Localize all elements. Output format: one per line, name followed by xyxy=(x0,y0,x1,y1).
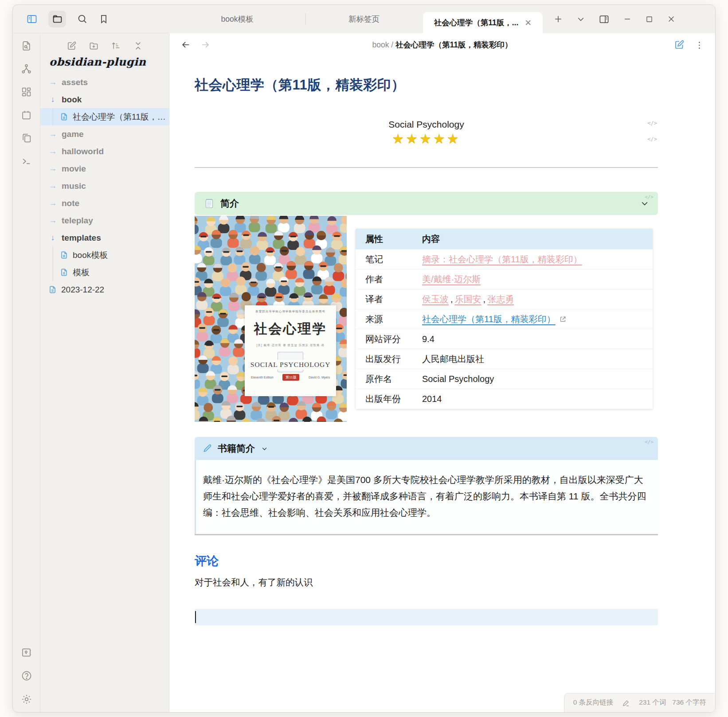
left-ribbon xyxy=(13,33,40,712)
tab-new-tab[interactable]: 新标签页 xyxy=(306,5,422,33)
arrow-right-icon[interactable]: → xyxy=(48,129,57,139)
search-tab-button[interactable] xyxy=(77,13,88,24)
new-folder-icon[interactable] xyxy=(89,41,99,51)
subtitle-block: Social Psychology ★★★★★ </> </> xyxy=(195,119,658,146)
edit-block-button[interactable]: </> xyxy=(645,439,654,445)
tab-social-psychology[interactable]: 社会心理学（第11版，... ✕ xyxy=(423,12,543,33)
edit-block-button[interactable]: </> xyxy=(647,120,657,126)
tab-book-template[interactable]: book模板 xyxy=(169,5,305,33)
tab-close-icon[interactable]: ✕ xyxy=(524,18,532,28)
cover-title-en: SOCIAL PSYCHOLOGY xyxy=(249,360,332,370)
explorer-file-book-template-file[interactable]: book模板 xyxy=(40,246,169,264)
vault-icon[interactable] xyxy=(21,647,32,658)
property-value: 2014 xyxy=(422,394,653,404)
explorer-folder-teleplay[interactable]: →teleplay xyxy=(40,212,169,229)
breadcrumb-folder[interactable]: book xyxy=(372,40,389,49)
vault-title[interactable]: obsidian-plugin xyxy=(40,53,169,70)
text-cursor xyxy=(195,611,196,623)
tab-strip: book模板 新标签页 社会心理学（第11版，... ✕ xyxy=(169,5,715,33)
sort-icon[interactable] xyxy=(111,41,121,51)
maximize-icon[interactable] xyxy=(645,15,654,23)
tab-list-chevron-icon[interactable] xyxy=(576,15,585,23)
folder-label: assets xyxy=(62,78,88,87)
divider xyxy=(195,534,658,535)
arrow-right-icon[interactable]: → xyxy=(48,199,57,208)
explorer-file-shehuixinlixue[interactable]: 社会心理学（第11版，… xyxy=(40,108,169,125)
chevron-down-icon[interactable] xyxy=(261,445,268,452)
explorer-tab-button[interactable] xyxy=(48,11,66,27)
explorer-folder-note[interactable]: →note xyxy=(40,195,169,212)
close-icon[interactable] xyxy=(667,15,676,23)
internal-link[interactable]: 乐国安 xyxy=(455,293,481,305)
arrow-down-icon[interactable]: ↓ xyxy=(48,95,57,104)
internal-link[interactable]: 摘录：社会心理学（第11版，精装彩印） xyxy=(422,253,582,265)
breadcrumb-title[interactable]: 社会心理学（第11版，精装彩印） xyxy=(395,40,513,49)
file-search-icon[interactable] xyxy=(21,40,32,51)
sidebar-left-toggle-icon[interactable] xyxy=(26,13,38,25)
sidebar-right-toggle-icon[interactable] xyxy=(599,14,610,25)
internal-link[interactable]: 美/戴维·迈尔斯 xyxy=(422,273,481,285)
arrow-right-icon[interactable]: → xyxy=(48,164,57,173)
collapse-all-icon[interactable] xyxy=(133,41,143,51)
internal-link[interactable]: 侯玉波 xyxy=(422,293,449,305)
arrow-right-icon[interactable]: → xyxy=(48,216,57,225)
note-content: 社会心理学（第11版，精装彩印） Social Psychology ★★★★★… xyxy=(169,56,715,712)
explorer-folder-game[interactable]: →game xyxy=(40,125,169,143)
graph-icon[interactable] xyxy=(21,63,32,74)
edit-block-button[interactable]: </> xyxy=(645,194,654,200)
minimize-icon[interactable] xyxy=(623,15,632,23)
value-text: 人民邮电出版社 xyxy=(422,353,484,365)
explorer-file-daily-2023-12-22[interactable]: 2023-12-22 xyxy=(40,281,169,298)
new-tab-plus-icon[interactable] xyxy=(553,14,563,24)
explorer-folder-movie[interactable]: →movie xyxy=(40,160,169,177)
explorer-folder-book[interactable]: ↓book xyxy=(40,91,169,108)
arrow-right-icon[interactable]: → xyxy=(48,147,57,156)
editor-active-line[interactable] xyxy=(195,609,658,625)
canvas-icon[interactable] xyxy=(21,86,32,97)
arrow-right-icon[interactable]: → xyxy=(48,181,57,191)
summary-callout-header[interactable]: 书籍简介 </> xyxy=(195,437,658,460)
explorer-folder-music[interactable]: →music xyxy=(40,177,169,195)
duplicate-icon[interactable] xyxy=(21,132,32,144)
explorer-folder-templates[interactable]: ↓templates xyxy=(40,229,169,246)
property-value: 侯玉波,乐国安,张志勇 xyxy=(422,293,653,305)
view-header: book / 社会心理学（第11版，精装彩印） ⋮ xyxy=(169,33,715,56)
backlinks-count[interactable]: 0 条反向链接 xyxy=(573,698,613,707)
comment-text: 对于社会和人，有了新的认识 xyxy=(195,576,658,588)
property-key: 网站评分 xyxy=(356,333,422,345)
file-explorer: obsidian-plugin →assets↓book社会心理学（第11版，…… xyxy=(40,33,169,712)
bookmarks-tab-button[interactable] xyxy=(98,14,109,24)
divider xyxy=(195,167,658,168)
bookmark-icon xyxy=(98,14,109,24)
file-icon xyxy=(48,285,57,294)
explorer-header xyxy=(40,33,169,53)
new-note-icon[interactable] xyxy=(67,41,77,51)
value-text: , xyxy=(450,294,453,304)
external-link[interactable]: 社会心理学（第11版，精装彩印） xyxy=(422,313,556,325)
explorer-folder-halloworld[interactable]: →halloworld xyxy=(40,143,169,160)
backlink-pencil-icon xyxy=(622,699,630,707)
arrow-right-icon[interactable]: → xyxy=(48,78,57,87)
calendar-icon[interactable] xyxy=(21,109,32,121)
arrow-down-icon[interactable]: ↓ xyxy=(48,233,57,242)
intro-callout-header[interactable]: 简介 </> xyxy=(195,192,658,215)
explorer-folder-assets[interactable]: →assets xyxy=(40,74,169,91)
explorer-file-moban[interactable]: 模板 xyxy=(40,264,169,281)
forward-arrow-icon[interactable] xyxy=(200,40,210,50)
external-link-icon[interactable] xyxy=(559,316,567,323)
value-text: Social Psychology xyxy=(422,374,494,384)
edit-block-button[interactable]: </> xyxy=(647,136,657,142)
internal-link[interactable]: 张志勇 xyxy=(487,293,514,305)
cover-recommendation: 教育部高等学校心理学教学指导委员会推荐用书 xyxy=(255,310,325,314)
chevron-down-icon[interactable] xyxy=(640,199,649,208)
note-title: 社会心理学（第11版，精装彩印） xyxy=(195,76,658,94)
edit-note-icon[interactable] xyxy=(674,39,685,50)
settings-icon[interactable] xyxy=(21,694,32,705)
property-key: 出版年份 xyxy=(356,393,422,405)
property-key: 原作名 xyxy=(356,373,422,385)
back-arrow-icon[interactable] xyxy=(181,40,191,50)
more-options-icon[interactable]: ⋮ xyxy=(695,40,704,50)
help-icon[interactable] xyxy=(21,670,32,682)
tab-label: book模板 xyxy=(221,14,254,24)
terminal-icon[interactable] xyxy=(21,156,32,167)
